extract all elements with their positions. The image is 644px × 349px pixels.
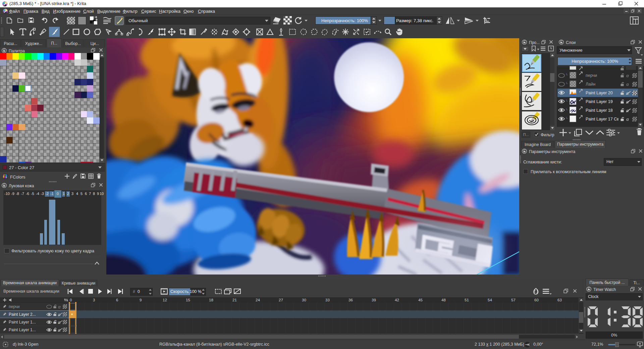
- svg-text:α: α: [626, 117, 629, 121]
- svg-text:α: α: [626, 73, 629, 78]
- svg-text:α: α: [626, 82, 629, 87]
- svg-text:α: α: [58, 304, 61, 309]
